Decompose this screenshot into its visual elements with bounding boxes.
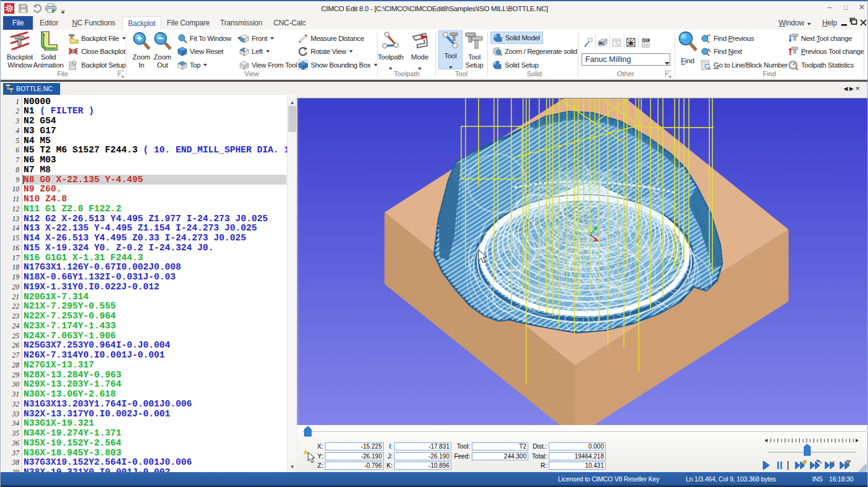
svg-text:z: z — [832, 460, 835, 465]
svg-text:DXF: DXF — [642, 38, 650, 43]
svg-text:$R: $R — [629, 42, 634, 46]
